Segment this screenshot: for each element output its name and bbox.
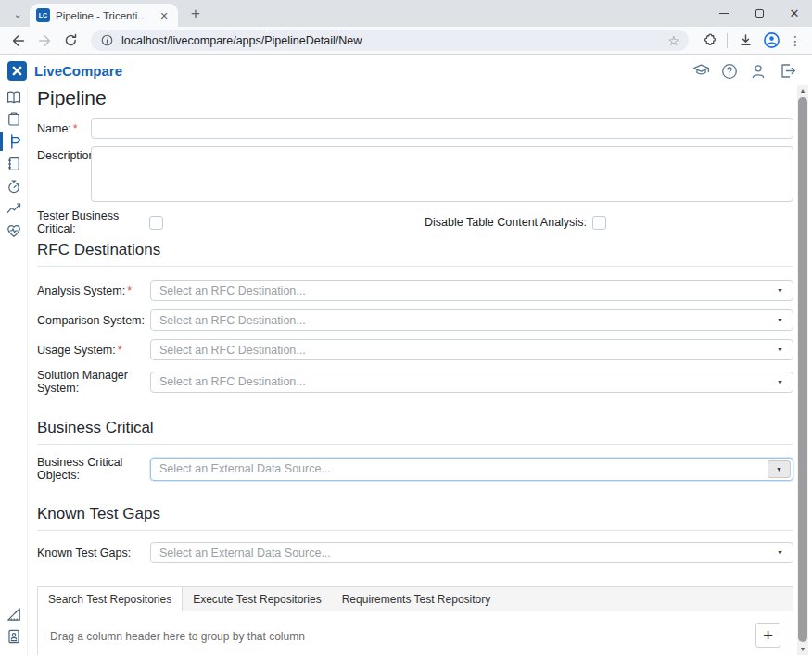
add-row-button[interactable]: + <box>755 623 780 648</box>
window-close-button[interactable]: ✕ <box>777 0 812 27</box>
required-mark: * <box>73 122 78 135</box>
scroll-down-icon[interactable]: ▼ <box>797 644 808 655</box>
sidebar-item-design-tools[interactable] <box>0 603 28 625</box>
scroll-up-icon[interactable]: ▲ <box>797 85 808 96</box>
browser-menu-button[interactable]: ⋮ <box>786 33 805 48</box>
description-row: Description: <box>37 146 793 202</box>
known-test-gaps-select[interactable]: Select an External Data Source... ▼ <box>150 542 793 563</box>
browser-tab[interactable]: LC Pipeline - Tricentis LiveCompare ✕ <box>30 4 178 27</box>
downloads-button[interactable] <box>734 30 756 52</box>
maximize-icon <box>755 9 764 18</box>
browser-toolbar: localhost/livecompare/apps/PipelineDetai… <box>0 27 812 55</box>
sidebar-item-worklist[interactable] <box>0 108 28 131</box>
business-critical-heading: Business Critical <box>37 419 793 445</box>
select-placeholder: Select an RFC Destination... <box>159 284 771 297</box>
tab-search-test-repositories[interactable]: Search Test Repositories <box>38 587 183 611</box>
logout-button[interactable] <box>777 61 797 82</box>
notebook-icon <box>6 156 22 172</box>
tab-content: Drag a column header here to group by th… <box>38 611 793 655</box>
window-minimize-button[interactable] <box>706 0 742 27</box>
download-icon <box>738 32 754 48</box>
chevron-down-icon[interactable]: ▼ <box>771 549 789 556</box>
bookmark-star-icon[interactable]: ☆ <box>667 33 679 48</box>
comparison-system-label: Comparison System: <box>37 314 150 327</box>
new-tab-button[interactable]: + <box>184 3 208 25</box>
stopwatch-icon <box>6 178 22 195</box>
rfc-destinations-heading: RFC Destinations <box>37 241 793 267</box>
site-info-icon[interactable] <box>100 33 114 47</box>
sidebar-item-license[interactable] <box>0 625 28 648</box>
window-maximize-button[interactable] <box>742 0 777 27</box>
user-icon <box>749 62 768 81</box>
usage-system-select[interactable]: Select an RFC Destination... ▼ <box>150 339 793 360</box>
page-scrollbar[interactable]: ▲ ▼ <box>797 85 808 655</box>
favicon: LC <box>36 8 50 22</box>
analysis-system-label: Analysis System:* <box>37 284 150 297</box>
browser-tab-strip: ⌄ LC Pipeline - Tricentis LiveCompare ✕ … <box>0 0 812 27</box>
dropdown-button[interactable]: ▼ <box>768 460 791 478</box>
sidebar-item-schedules[interactable] <box>0 175 28 197</box>
tab-search-chevron-icon[interactable]: ⌄ <box>7 5 28 23</box>
tab-close-icon[interactable]: ✕ <box>157 8 171 23</box>
heart-pulse-icon <box>6 222 22 239</box>
chevron-down-icon[interactable]: ▼ <box>771 317 789 323</box>
sidebar-item-health[interactable] <box>0 220 28 242</box>
sidebar-item-reports[interactable] <box>0 197 28 220</box>
learning-button[interactable] <box>691 61 711 82</box>
business-critical-objects-row: Business Critical Objects: Select an Ext… <box>37 456 793 482</box>
window-controls: ✕ <box>706 0 812 27</box>
reload-button[interactable] <box>59 30 82 52</box>
required-mark: * <box>118 344 122 357</box>
brand-name[interactable]: LiveCompare <box>34 63 122 79</box>
tab-execute-test-repositories[interactable]: Execute Test Repositories <box>183 587 332 611</box>
name-label: Name:* <box>37 122 91 135</box>
document-user-icon <box>6 628 22 645</box>
analysis-system-select[interactable]: Select an RFC Destination... ▼ <box>150 280 793 301</box>
help-button[interactable] <box>719 61 740 82</box>
checkbox-row: Tester Business Critical: Disable Table … <box>37 215 793 230</box>
sidebar-item-pipelines[interactable] <box>0 131 28 153</box>
tester-business-critical-checkbox[interactable] <box>149 216 163 230</box>
livecompare-logo-icon[interactable] <box>7 61 27 81</box>
chevron-down-icon[interactable]: ▼ <box>771 346 789 353</box>
forward-button[interactable] <box>33 30 56 52</box>
business-critical-objects-select[interactable]: Select an External Data Source... ▼ <box>150 458 793 481</box>
required-mark: * <box>127 284 132 297</box>
line-chart-icon <box>6 200 22 217</box>
page-title: Pipeline <box>37 87 793 109</box>
browser-window: ⌄ LC Pipeline - Tricentis LiveCompare ✕ … <box>0 0 812 655</box>
disable-table-content-analysis-label: Disable Table Content Analysis: <box>425 216 587 229</box>
extensions-button[interactable] <box>698 30 720 52</box>
description-label: Description: <box>37 146 91 162</box>
group-by-hint: Drag a column header here to group by th… <box>50 630 780 643</box>
book-icon <box>6 89 22 106</box>
tab-requirements-test-repository[interactable]: Requirements Test Repository <box>332 587 501 611</box>
select-placeholder: Select an External Data Source... <box>159 547 771 560</box>
chevron-down-icon[interactable]: ▼ <box>771 379 789 385</box>
address-bar[interactable]: localhost/livecompare/apps/PipelineDetai… <box>91 30 689 51</box>
clipboard-icon <box>6 111 22 128</box>
user-button[interactable] <box>748 61 768 82</box>
scrollbar-thumb[interactable] <box>798 97 807 642</box>
business-critical-objects-label: Business Critical Objects: <box>37 456 150 482</box>
profile-button[interactable] <box>760 30 782 52</box>
signpost-icon <box>6 133 22 150</box>
url-text: localhost/livecompare/apps/PipelineDetai… <box>121 34 362 47</box>
select-placeholder: Select an RFC Destination... <box>159 314 771 327</box>
sidebar-item-guide[interactable] <box>0 86 28 108</box>
name-input[interactable] <box>91 118 793 139</box>
test-repositories-tabpanel: Search Test Repositories Execute Test Re… <box>37 586 793 655</box>
reload-icon <box>63 32 79 48</box>
logout-icon <box>778 61 797 81</box>
comparison-system-select[interactable]: Select an RFC Destination... ▼ <box>150 309 793 331</box>
back-button[interactable] <box>7 30 30 52</box>
extensions-puzzle-icon <box>702 32 717 48</box>
main-content: Pipeline Name:* Description: Tester Busi… <box>28 86 797 655</box>
sidebar-item-workflows[interactable] <box>0 153 28 175</box>
chevron-down-icon[interactable]: ▼ <box>771 287 789 294</box>
disable-table-content-analysis-checkbox[interactable] <box>592 216 606 230</box>
description-textarea[interactable] <box>91 146 793 202</box>
solution-manager-system-select[interactable]: Select an RFC Destination... ▼ <box>150 372 793 393</box>
app-sidebar <box>0 86 28 655</box>
select-placeholder: Select an RFC Destination... <box>159 375 771 388</box>
